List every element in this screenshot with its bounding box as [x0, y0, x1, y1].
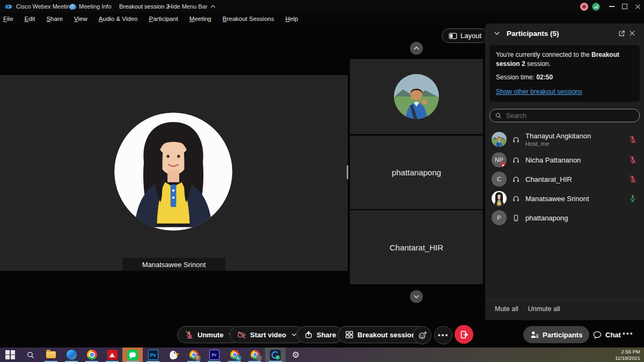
camera-off-icon: [237, 330, 246, 339]
mute-all-button[interactable]: Mute all: [495, 305, 518, 313]
headset-icon: [511, 175, 520, 183]
taskbar-line[interactable]: [122, 348, 143, 362]
mic-muted-icon: [185, 330, 194, 339]
clock-time: 2:55 PM: [615, 349, 640, 355]
taskbar-chrome[interactable]: [82, 348, 102, 362]
more-options-button[interactable]: •••: [434, 326, 452, 344]
main-video-name-label: Manatsawee Srinont: [122, 258, 225, 271]
headset-icon: [511, 136, 520, 144]
participant-row-chantarat[interactable]: C Chantarat_HIR: [485, 169, 644, 189]
menu-view[interactable]: View: [74, 16, 87, 22]
search-input[interactable]: [505, 112, 631, 120]
leave-meeting-button[interactable]: [455, 325, 473, 344]
main-video-avatar: [114, 113, 232, 231]
chevron-up-icon: [210, 3, 216, 10]
taskbar-premiere[interactable]: Pr: [204, 348, 224, 362]
chat-toggle-button[interactable]: Chat: [586, 326, 628, 343]
windows-logo-icon: [5, 350, 15, 360]
share-button[interactable]: Share: [297, 326, 343, 343]
avatar: [492, 191, 507, 206]
headset-icon: [511, 195, 520, 203]
close-button[interactable]: [631, 0, 644, 13]
hide-menu-bar-button[interactable]: Hide Menu Bar: [168, 3, 216, 10]
taskbar-settings[interactable]: ⚙: [286, 348, 306, 362]
taskbar-bird-app[interactable]: [163, 348, 184, 362]
show-other-breakout-sessions-link[interactable]: Show other breakout sessions: [496, 87, 582, 97]
chevron-up-icon: [413, 45, 420, 52]
acrobat-icon: [107, 350, 118, 360]
webex-window: Cisco Webex Meetings Meeting Info Breako…: [0, 0, 644, 362]
title-bar: Cisco Webex Meetings Meeting Info Breako…: [0, 0, 644, 13]
mic-on-icon[interactable]: [628, 194, 638, 203]
collapse-panel-button[interactable]: [492, 28, 502, 39]
minimize-button[interactable]: [605, 0, 618, 13]
avatar-initials: C: [497, 176, 501, 182]
avatar: P: [492, 210, 507, 225]
layout-button[interactable]: Layout: [442, 28, 488, 43]
participants-toggle-button[interactable]: Participants: [523, 326, 589, 343]
taskbar-clock[interactable]: 2:55 PM 11/18/2021: [615, 349, 640, 361]
participant-search[interactable]: [489, 109, 640, 122]
taskbar-acrobat[interactable]: [102, 348, 122, 362]
record-indicator[interactable]: [580, 3, 588, 11]
close-panel-button[interactable]: [627, 28, 638, 39]
unmute-all-button[interactable]: Unmute all: [528, 305, 560, 313]
start-video-button[interactable]: Start video: [230, 326, 305, 343]
video-thumbnail-phattanapong[interactable]: phattanapong: [350, 136, 483, 209]
taskbar-search-button[interactable]: [20, 348, 41, 362]
mic-muted-icon[interactable]: [628, 135, 638, 144]
mic-muted-icon[interactable]: [628, 156, 638, 164]
participant-row-phattanapong[interactable]: P phattanapong: [485, 208, 644, 227]
chrome-icon: T: [189, 350, 199, 359]
menu-participant[interactable]: Participant: [149, 16, 178, 22]
avatar: [394, 74, 439, 119]
taskbar-file-explorer[interactable]: [41, 348, 61, 362]
photoshop-icon: Ps: [148, 350, 158, 360]
mic-muted-icon[interactable]: [628, 175, 638, 183]
taskbar-chrome-profile-3[interactable]: [245, 348, 265, 362]
taskbar-chrome-profile-1[interactable]: T: [184, 348, 204, 362]
menu-edit[interactable]: Edit: [25, 16, 35, 22]
taskbar-webex[interactable]: [265, 348, 286, 362]
smiley-plus-icon: [418, 331, 427, 340]
bird-app-icon: [169, 350, 178, 360]
stage-divider-handle[interactable]: [347, 165, 348, 179]
ellipsis-icon: •••: [438, 334, 449, 337]
chrome-icon: [251, 350, 260, 359]
start-button[interactable]: [0, 348, 20, 362]
chrome-icon: IL: [230, 350, 239, 359]
menu-audio-video[interactable]: Audio & Video: [99, 16, 138, 22]
breakout-session-banner: You're currently connected to the Breako…: [489, 45, 640, 102]
menu-breakout-sessions[interactable]: Breakout Sessions: [223, 16, 274, 22]
taskbar-photoshop[interactable]: Ps: [143, 348, 163, 362]
profile-badge: T: [195, 355, 201, 361]
chat-bubble-icon: [593, 330, 602, 339]
menu-meeting[interactable]: Meeting: [189, 16, 211, 22]
main-video-tile[interactable]: Manatsawee Srinont: [0, 75, 348, 271]
menu-bar: File Edit Share View Audio & Video Parti…: [0, 13, 644, 25]
filmstrip-scroll-up-button[interactable]: [410, 42, 423, 55]
popout-panel-button[interactable]: [616, 28, 627, 39]
menu-file[interactable]: File: [3, 16, 13, 22]
network-indicator-icon[interactable]: [592, 3, 600, 11]
session-time: Session time: 02:50: [496, 73, 633, 82]
breakout-session-tab[interactable]: Breakout session 2: [119, 3, 170, 10]
video-thumbnail-thanayut[interactable]: [350, 59, 483, 134]
filmstrip-scroll-down-button[interactable]: [410, 290, 423, 303]
taskbar-chrome-profile-2[interactable]: IL: [224, 348, 245, 362]
search-icon: [495, 112, 502, 119]
menu-share[interactable]: Share: [46, 16, 63, 22]
maximize-button[interactable]: [618, 0, 631, 13]
video-thumbnail-chantarat[interactable]: Chantarat_HIR: [350, 210, 483, 284]
gear-icon: ⚙: [292, 351, 299, 359]
participant-row-manatsawee[interactable]: Manatsawee Srinont: [485, 189, 644, 208]
menu-help[interactable]: Help: [286, 16, 298, 22]
taskbar-edge[interactable]: [61, 348, 82, 362]
meeting-info-button[interactable]: Meeting Info: [70, 3, 112, 10]
participant-row-thanayut[interactable]: Thanayut Angkitanon Host, me: [485, 129, 644, 150]
participant-name: Thanayut Angkitanon: [525, 132, 591, 140]
more-panels-button[interactable]: •••: [623, 329, 634, 338]
participant-row-nicha[interactable]: NP Nicha Pattananon: [485, 150, 644, 169]
connection-text: You're currently connected to the Breako…: [496, 50, 633, 69]
reactions-button[interactable]: [413, 326, 431, 344]
